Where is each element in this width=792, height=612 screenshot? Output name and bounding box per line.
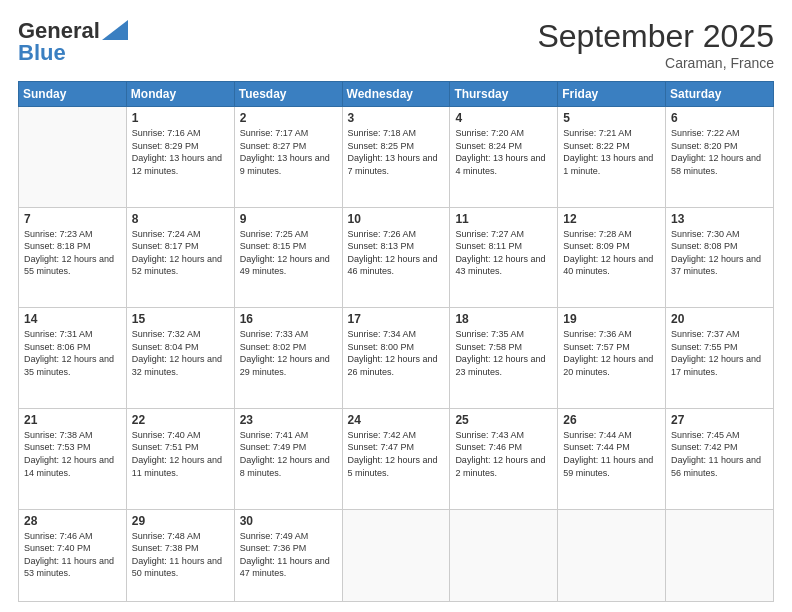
calendar-day-header: Friday xyxy=(558,82,666,107)
day-info: Sunrise: 7:17 AM Sunset: 8:27 PM Dayligh… xyxy=(240,127,337,177)
calendar-cell: 28Sunrise: 7:46 AM Sunset: 7:40 PM Dayli… xyxy=(19,509,127,602)
logo: General Blue xyxy=(18,18,128,66)
day-number: 3 xyxy=(348,111,445,125)
calendar-cell: 18Sunrise: 7:35 AM Sunset: 7:58 PM Dayli… xyxy=(450,308,558,409)
calendar-cell: 4Sunrise: 7:20 AM Sunset: 8:24 PM Daylig… xyxy=(450,107,558,208)
calendar-day-header: Sunday xyxy=(19,82,127,107)
day-number: 13 xyxy=(671,212,768,226)
day-number: 14 xyxy=(24,312,121,326)
calendar-cell: 22Sunrise: 7:40 AM Sunset: 7:51 PM Dayli… xyxy=(126,408,234,509)
calendar-week-row: 7Sunrise: 7:23 AM Sunset: 8:18 PM Daylig… xyxy=(19,207,774,308)
day-info: Sunrise: 7:33 AM Sunset: 8:02 PM Dayligh… xyxy=(240,328,337,378)
calendar-week-row: 14Sunrise: 7:31 AM Sunset: 8:06 PM Dayli… xyxy=(19,308,774,409)
day-info: Sunrise: 7:21 AM Sunset: 8:22 PM Dayligh… xyxy=(563,127,660,177)
day-number: 18 xyxy=(455,312,552,326)
day-number: 16 xyxy=(240,312,337,326)
day-info: Sunrise: 7:22 AM Sunset: 8:20 PM Dayligh… xyxy=(671,127,768,177)
calendar-day-header: Wednesday xyxy=(342,82,450,107)
day-info: Sunrise: 7:49 AM Sunset: 7:36 PM Dayligh… xyxy=(240,530,337,580)
calendar-cell xyxy=(450,509,558,602)
day-number: 10 xyxy=(348,212,445,226)
day-number: 28 xyxy=(24,514,121,528)
calendar-cell: 6Sunrise: 7:22 AM Sunset: 8:20 PM Daylig… xyxy=(666,107,774,208)
calendar-cell: 16Sunrise: 7:33 AM Sunset: 8:02 PM Dayli… xyxy=(234,308,342,409)
day-number: 24 xyxy=(348,413,445,427)
day-number: 21 xyxy=(24,413,121,427)
day-info: Sunrise: 7:34 AM Sunset: 8:00 PM Dayligh… xyxy=(348,328,445,378)
day-info: Sunrise: 7:30 AM Sunset: 8:08 PM Dayligh… xyxy=(671,228,768,278)
day-info: Sunrise: 7:46 AM Sunset: 7:40 PM Dayligh… xyxy=(24,530,121,580)
day-number: 9 xyxy=(240,212,337,226)
calendar-cell: 2Sunrise: 7:17 AM Sunset: 8:27 PM Daylig… xyxy=(234,107,342,208)
day-info: Sunrise: 7:16 AM Sunset: 8:29 PM Dayligh… xyxy=(132,127,229,177)
calendar-cell: 29Sunrise: 7:48 AM Sunset: 7:38 PM Dayli… xyxy=(126,509,234,602)
day-number: 6 xyxy=(671,111,768,125)
day-number: 2 xyxy=(240,111,337,125)
calendar-table: SundayMondayTuesdayWednesdayThursdayFrid… xyxy=(18,81,774,602)
calendar-week-row: 1Sunrise: 7:16 AM Sunset: 8:29 PM Daylig… xyxy=(19,107,774,208)
day-info: Sunrise: 7:31 AM Sunset: 8:06 PM Dayligh… xyxy=(24,328,121,378)
day-number: 17 xyxy=(348,312,445,326)
day-info: Sunrise: 7:27 AM Sunset: 8:11 PM Dayligh… xyxy=(455,228,552,278)
calendar-cell: 30Sunrise: 7:49 AM Sunset: 7:36 PM Dayli… xyxy=(234,509,342,602)
day-info: Sunrise: 7:43 AM Sunset: 7:46 PM Dayligh… xyxy=(455,429,552,479)
calendar-cell: 24Sunrise: 7:42 AM Sunset: 7:47 PM Dayli… xyxy=(342,408,450,509)
day-info: Sunrise: 7:28 AM Sunset: 8:09 PM Dayligh… xyxy=(563,228,660,278)
day-info: Sunrise: 7:25 AM Sunset: 8:15 PM Dayligh… xyxy=(240,228,337,278)
day-number: 19 xyxy=(563,312,660,326)
title-area: September 2025 Caraman, France xyxy=(537,18,774,71)
day-info: Sunrise: 7:20 AM Sunset: 8:24 PM Dayligh… xyxy=(455,127,552,177)
calendar-cell: 8Sunrise: 7:24 AM Sunset: 8:17 PM Daylig… xyxy=(126,207,234,308)
calendar-header-row: SundayMondayTuesdayWednesdayThursdayFrid… xyxy=(19,82,774,107)
calendar-cell xyxy=(558,509,666,602)
day-info: Sunrise: 7:44 AM Sunset: 7:44 PM Dayligh… xyxy=(563,429,660,479)
day-info: Sunrise: 7:35 AM Sunset: 7:58 PM Dayligh… xyxy=(455,328,552,378)
calendar-cell: 3Sunrise: 7:18 AM Sunset: 8:25 PM Daylig… xyxy=(342,107,450,208)
calendar-cell: 15Sunrise: 7:32 AM Sunset: 8:04 PM Dayli… xyxy=(126,308,234,409)
calendar-cell: 12Sunrise: 7:28 AM Sunset: 8:09 PM Dayli… xyxy=(558,207,666,308)
calendar-cell: 26Sunrise: 7:44 AM Sunset: 7:44 PM Dayli… xyxy=(558,408,666,509)
day-number: 25 xyxy=(455,413,552,427)
day-info: Sunrise: 7:36 AM Sunset: 7:57 PM Dayligh… xyxy=(563,328,660,378)
calendar-day-header: Monday xyxy=(126,82,234,107)
calendar-day-header: Saturday xyxy=(666,82,774,107)
day-info: Sunrise: 7:40 AM Sunset: 7:51 PM Dayligh… xyxy=(132,429,229,479)
day-info: Sunrise: 7:48 AM Sunset: 7:38 PM Dayligh… xyxy=(132,530,229,580)
calendar-cell: 13Sunrise: 7:30 AM Sunset: 8:08 PM Dayli… xyxy=(666,207,774,308)
day-number: 26 xyxy=(563,413,660,427)
day-number: 4 xyxy=(455,111,552,125)
svg-marker-0 xyxy=(102,20,128,40)
day-info: Sunrise: 7:42 AM Sunset: 7:47 PM Dayligh… xyxy=(348,429,445,479)
calendar-day-header: Tuesday xyxy=(234,82,342,107)
day-info: Sunrise: 7:24 AM Sunset: 8:17 PM Dayligh… xyxy=(132,228,229,278)
header: General Blue September 2025 Caraman, Fra… xyxy=(18,18,774,71)
day-number: 27 xyxy=(671,413,768,427)
calendar-cell xyxy=(342,509,450,602)
day-info: Sunrise: 7:26 AM Sunset: 8:13 PM Dayligh… xyxy=(348,228,445,278)
day-number: 29 xyxy=(132,514,229,528)
calendar-cell: 25Sunrise: 7:43 AM Sunset: 7:46 PM Dayli… xyxy=(450,408,558,509)
day-info: Sunrise: 7:37 AM Sunset: 7:55 PM Dayligh… xyxy=(671,328,768,378)
calendar-cell: 9Sunrise: 7:25 AM Sunset: 8:15 PM Daylig… xyxy=(234,207,342,308)
day-info: Sunrise: 7:32 AM Sunset: 8:04 PM Dayligh… xyxy=(132,328,229,378)
calendar-cell xyxy=(19,107,127,208)
calendar-cell: 17Sunrise: 7:34 AM Sunset: 8:00 PM Dayli… xyxy=(342,308,450,409)
calendar-cell: 20Sunrise: 7:37 AM Sunset: 7:55 PM Dayli… xyxy=(666,308,774,409)
day-info: Sunrise: 7:18 AM Sunset: 8:25 PM Dayligh… xyxy=(348,127,445,177)
day-number: 1 xyxy=(132,111,229,125)
logo-arrow-icon xyxy=(102,20,128,40)
logo-blue-text: Blue xyxy=(18,40,66,66)
day-number: 11 xyxy=(455,212,552,226)
day-number: 30 xyxy=(240,514,337,528)
calendar-cell: 5Sunrise: 7:21 AM Sunset: 8:22 PM Daylig… xyxy=(558,107,666,208)
day-number: 22 xyxy=(132,413,229,427)
day-number: 7 xyxy=(24,212,121,226)
calendar-cell: 14Sunrise: 7:31 AM Sunset: 8:06 PM Dayli… xyxy=(19,308,127,409)
month-title: September 2025 xyxy=(537,18,774,55)
calendar-cell: 19Sunrise: 7:36 AM Sunset: 7:57 PM Dayli… xyxy=(558,308,666,409)
day-info: Sunrise: 7:41 AM Sunset: 7:49 PM Dayligh… xyxy=(240,429,337,479)
calendar-day-header: Thursday xyxy=(450,82,558,107)
day-info: Sunrise: 7:45 AM Sunset: 7:42 PM Dayligh… xyxy=(671,429,768,479)
calendar-cell: 11Sunrise: 7:27 AM Sunset: 8:11 PM Dayli… xyxy=(450,207,558,308)
calendar-cell: 10Sunrise: 7:26 AM Sunset: 8:13 PM Dayli… xyxy=(342,207,450,308)
